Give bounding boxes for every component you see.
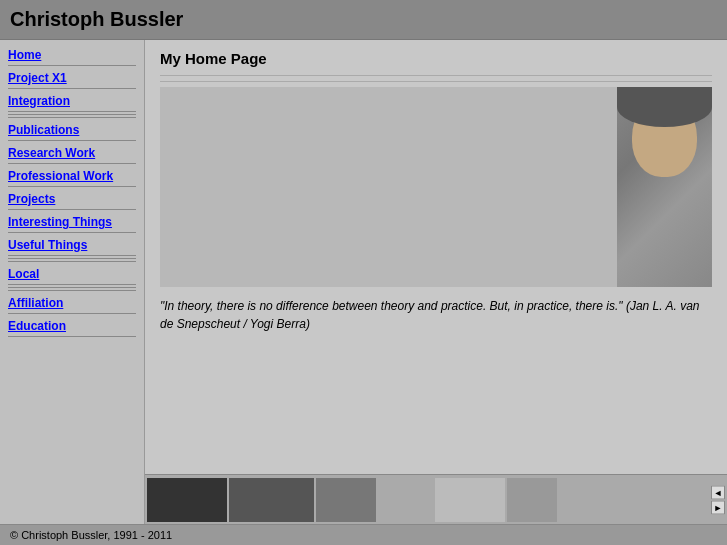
- sidebar-item-education[interactable]: Education: [0, 316, 144, 334]
- sidebar-item-projects[interactable]: Projects: [0, 189, 144, 207]
- sidebar-item-research-work[interactable]: Research Work: [0, 143, 144, 161]
- page-footer: © Christoph Bussler, 1991 - 2011: [0, 524, 727, 545]
- content-divider-top: [160, 75, 712, 76]
- content-inner: My Home Page "In theory, there is no dif…: [145, 40, 727, 343]
- sidebar-divider: [8, 284, 136, 285]
- sidebar-item-publications[interactable]: Publications: [0, 120, 144, 138]
- sidebar-divider: [8, 255, 136, 256]
- sidebar-divider: [8, 111, 136, 112]
- sidebar-item-affiliation[interactable]: Affiliation: [0, 293, 144, 311]
- sidebar-divider: [8, 117, 136, 118]
- sidebar-divider: [8, 336, 136, 337]
- profile-image: [617, 87, 712, 287]
- sidebar-item-interesting-things[interactable]: Interesting Things: [0, 212, 144, 230]
- sidebar-item-professional-work[interactable]: Professional Work: [0, 166, 144, 184]
- strip-scroll-left-button[interactable]: ◄: [711, 485, 725, 499]
- sidebar-divider: [8, 290, 136, 291]
- sidebar-item-useful-things[interactable]: Useful Things: [0, 235, 144, 253]
- sidebar-divider: [8, 88, 136, 89]
- strip-scroll-controls: ◄ ►: [711, 485, 725, 514]
- thumbnail-2[interactable]: [229, 478, 314, 522]
- main-image-area: [160, 87, 617, 287]
- sidebar-divider: [8, 313, 136, 314]
- sidebar-divider: [8, 163, 136, 164]
- image-container: [160, 87, 712, 287]
- sidebar-divider: [8, 209, 136, 210]
- thumbnail-strip: ◄ ►: [145, 474, 727, 524]
- sidebar-divider: [8, 140, 136, 141]
- sidebar-divider: [8, 258, 136, 259]
- thumbnail-3[interactable]: [316, 478, 376, 522]
- sidebar-item-home[interactable]: Home: [0, 45, 144, 63]
- sidebar-item-integration[interactable]: Integration: [0, 91, 144, 109]
- site-title: Christoph Bussler: [10, 8, 717, 31]
- thumbnail-6[interactable]: [507, 478, 557, 522]
- content-area: My Home Page "In theory, there is no dif…: [145, 40, 727, 524]
- sidebar-divider: [8, 186, 136, 187]
- sidebar: Home Project X1 Integration Publications…: [0, 40, 145, 524]
- content-scroll[interactable]: My Home Page "In theory, there is no dif…: [145, 40, 727, 474]
- copyright-text: © Christoph Bussler, 1991 - 2011: [10, 529, 172, 541]
- thumbnail-1[interactable]: [147, 478, 227, 522]
- main-layout: Home Project X1 Integration Publications…: [0, 40, 727, 524]
- sidebar-item-project-x1[interactable]: Project X1: [0, 68, 144, 86]
- strip-scroll-right-button[interactable]: ►: [711, 500, 725, 514]
- thumbnail-4[interactable]: [378, 478, 433, 522]
- sidebar-item-local[interactable]: Local: [0, 264, 144, 282]
- sidebar-divider: [8, 65, 136, 66]
- sidebar-divider: [8, 287, 136, 288]
- page-title: My Home Page: [160, 50, 712, 67]
- thumbnail-5[interactable]: [435, 478, 505, 522]
- content-divider-top2: [160, 81, 712, 82]
- sidebar-divider: [8, 261, 136, 262]
- page-header: Christoph Bussler: [0, 0, 727, 40]
- sidebar-divider: [8, 232, 136, 233]
- quote-text: "In theory, there is no difference betwe…: [160, 297, 712, 333]
- sidebar-divider: [8, 114, 136, 115]
